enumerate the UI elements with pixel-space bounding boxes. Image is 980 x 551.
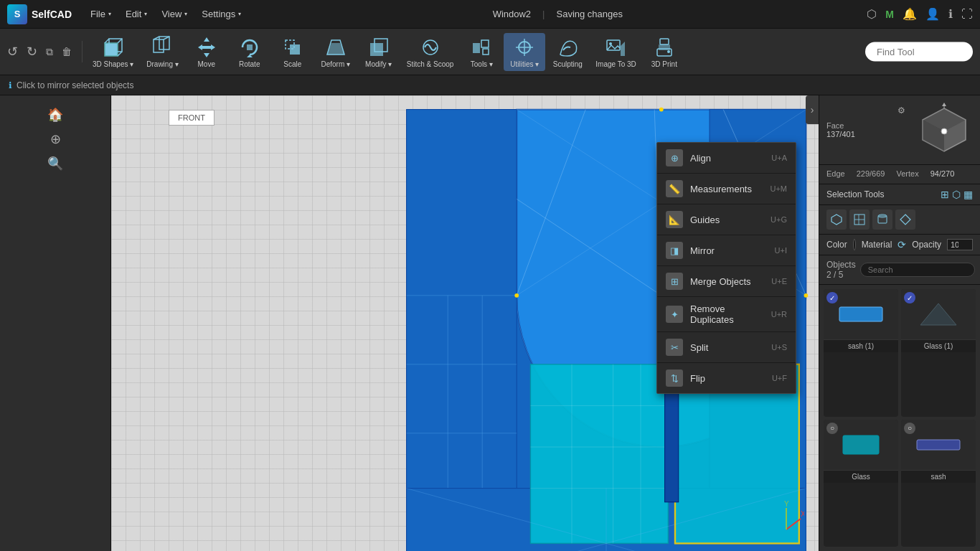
svg-text:X: X xyxy=(801,510,804,518)
edge-value: 229/669 xyxy=(857,169,885,178)
merge-objects-item[interactable]: ⊞ Merge Objects U+E xyxy=(657,266,796,297)
view-menu[interactable]: View ▾ xyxy=(154,0,194,29)
flip-item[interactable]: ⇅ Flip U+F xyxy=(657,363,796,393)
tool-3d-shapes[interactable]: 3D Shapes ▾ xyxy=(87,33,139,71)
opacity-input[interactable] xyxy=(947,239,973,250)
scale-icon xyxy=(281,36,304,59)
material-icon[interactable]: ⟳ xyxy=(897,239,906,250)
align-shortcut: U+A xyxy=(771,154,787,162)
tool-move[interactable]: Move xyxy=(186,33,227,71)
svg-point-68 xyxy=(941,128,947,134)
notifications-icon[interactable]: 🔔 xyxy=(903,7,917,21)
color-swatch[interactable] xyxy=(853,239,856,250)
redo-button[interactable]: ↻ xyxy=(24,41,40,62)
sel-tool-2[interactable]: ⬡ xyxy=(952,189,961,200)
object-glass[interactable]: ○ Glass xyxy=(824,420,898,547)
remove-duplicates-item[interactable]: ✦ Remove Duplicates U+R xyxy=(657,297,796,332)
measurements-shortcut: U+M xyxy=(770,184,787,193)
glass-label: Glass xyxy=(824,470,898,483)
objects-header: Objects 2 / 5 ⚙ xyxy=(819,255,980,285)
svg-line-4 xyxy=(118,52,122,56)
svg-rect-78 xyxy=(839,307,882,321)
shape-cube-icon[interactable] xyxy=(826,209,847,230)
delete-button[interactable]: 🗑 xyxy=(59,43,75,60)
measurements-icon: 📏 xyxy=(666,180,683,197)
tool-modify[interactable]: Modify ▾ xyxy=(358,33,400,71)
selection-tools-icons: ⊞ ⬡ ▦ xyxy=(941,189,973,200)
info-icon[interactable]: ℹ xyxy=(948,7,953,21)
remove-duplicates-label: Remove Duplicates xyxy=(690,303,764,325)
align-label: Align xyxy=(690,153,764,164)
object-glass-1[interactable]: ✓ Glass (1) xyxy=(901,289,976,417)
utilities-icon xyxy=(513,36,536,59)
copy-button[interactable]: ⧉ xyxy=(43,43,56,61)
object-sash[interactable]: ○ sash xyxy=(901,420,976,547)
mirror-label: Mirror xyxy=(690,245,768,256)
split-shortcut: U+S xyxy=(771,343,787,352)
toolbar: ↺ ↻ ⧉ 🗑 3D Shapes ▾ Drawing ▾ Move Rotat… xyxy=(0,29,980,75)
tool-rotate[interactable]: Rotate xyxy=(229,33,270,71)
sel-tool-3[interactable]: ▦ xyxy=(963,189,973,200)
shape-diamond-icon[interactable] xyxy=(895,209,915,230)
file-menu[interactable]: File ▾ xyxy=(83,0,118,29)
find-tool-input[interactable] xyxy=(865,42,973,62)
shape-grid-icon[interactable] xyxy=(849,209,870,230)
tool-image-to-3d[interactable]: Image To 3D xyxy=(590,33,642,71)
sash-label: sash xyxy=(901,470,976,483)
tool-3d-print[interactable]: 3D Print xyxy=(644,33,685,71)
settings-gear-icon[interactable]: ⚙ xyxy=(893,101,910,120)
undo-button[interactable]: ↺ xyxy=(4,41,21,62)
svg-rect-14 xyxy=(370,43,383,56)
membership-icon[interactable]: M xyxy=(885,9,894,20)
fullscreen-icon[interactable]: ⛶ xyxy=(961,8,973,21)
svg-rect-39 xyxy=(530,364,668,544)
merge-objects-icon: ⊞ xyxy=(666,273,683,290)
3d-shapes-label: 3D Shapes ▾ xyxy=(93,60,133,68)
svg-marker-70 xyxy=(942,103,946,106)
deform-label: Deform ▾ xyxy=(321,60,350,68)
sculpting-icon xyxy=(556,36,579,59)
home-icon[interactable]: 🏠 xyxy=(47,107,63,123)
tool-deform[interactable]: Deform ▾ xyxy=(315,33,357,71)
deform-icon xyxy=(324,36,347,59)
color-material-row: Color Material ⟳ Opacity xyxy=(819,235,980,255)
measurements-item[interactable]: 📏 Measurements U+M xyxy=(657,174,796,204)
panel-collapse-button[interactable]: › xyxy=(806,95,819,124)
svg-line-60 xyxy=(786,519,801,529)
shape-cylinder-icon[interactable] xyxy=(872,209,892,230)
saving-status: Saving changes xyxy=(556,9,623,19)
settings-menu[interactable]: Settings ▾ xyxy=(194,0,248,29)
logo-icon: S xyxy=(7,4,27,24)
tool-scale[interactable]: Scale xyxy=(272,33,314,71)
target-icon[interactable]: ⊕ xyxy=(50,131,61,147)
mirror-item[interactable]: ◨ Mirror U+I xyxy=(657,235,796,266)
objects-search-input[interactable] xyxy=(860,263,975,277)
merge-objects-label: Merge Objects xyxy=(690,276,764,287)
account-icon[interactable]: 👤 xyxy=(925,7,940,21)
tool-stitch-scoop[interactable]: Stitch & Scoop xyxy=(401,33,460,71)
edit-menu[interactable]: Edit ▾ xyxy=(118,0,154,29)
viewport[interactable]: FRONT xyxy=(111,95,819,551)
align-item[interactable]: ⊕ Align U+A xyxy=(657,143,796,174)
object-sash-1[interactable]: ✓ sash (1) xyxy=(824,289,898,417)
sel-tool-1[interactable]: ⊞ xyxy=(941,189,949,200)
svg-point-54 xyxy=(804,293,809,298)
svg-rect-18 xyxy=(481,40,489,47)
opacity-label: Opacity xyxy=(912,240,941,250)
guides-item[interactable]: 📐 Guides U+G xyxy=(657,204,796,235)
remove-duplicates-icon: ✦ xyxy=(666,306,683,323)
tool-drawing[interactable]: Drawing ▾ xyxy=(141,33,184,71)
tool-utilities[interactable]: Utilities ▾ xyxy=(504,33,545,71)
tool-tools[interactable]: Tools ▾ xyxy=(461,33,502,71)
center-info: Window2 | Saving changes xyxy=(248,9,867,19)
tools-icon xyxy=(470,36,493,59)
utilities-dropdown: ⊕ Align U+A 📏 Measurements U+M 📐 Guides … xyxy=(656,142,796,394)
split-icon: ✂ xyxy=(666,339,683,356)
split-item[interactable]: ✂ Split U+S xyxy=(657,332,796,363)
flip-shortcut: U+F xyxy=(772,374,787,382)
zoom-icon[interactable]: 🔍 xyxy=(47,156,63,171)
face-info: Face 137/401 xyxy=(826,121,887,138)
tool-sculpting[interactable]: Sculpting xyxy=(547,33,588,71)
geometry-details: Edge 229/669 Vertex 94/270 xyxy=(819,165,980,184)
share-icon[interactable]: ⬡ xyxy=(867,7,877,21)
